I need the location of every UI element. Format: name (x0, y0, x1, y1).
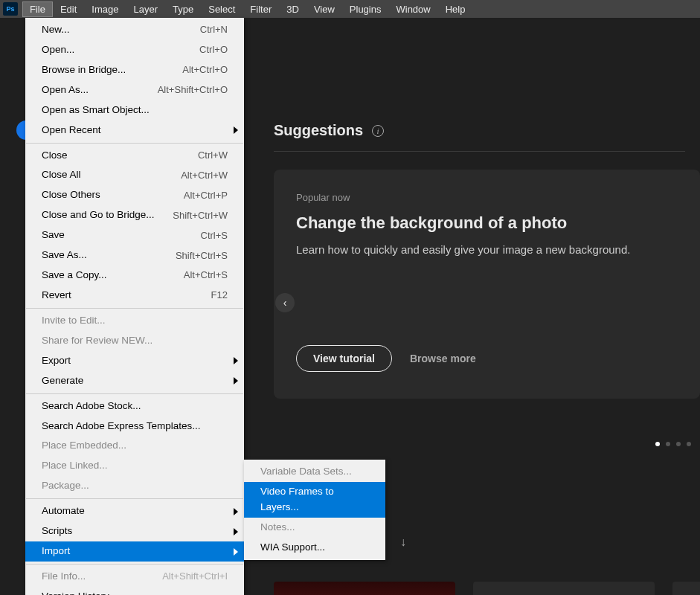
suggestion-card: Popular now Change the background of a p… (274, 170, 700, 399)
file-menu-item[interactable]: Generate (25, 371, 244, 391)
file-menu-item[interactable]: Browse in Bridge...Alt+Ctrl+O (25, 60, 244, 80)
file-menu-item[interactable]: Close OthersAlt+Ctrl+P (25, 185, 244, 205)
card-description: Learn how to quickly and easily give you… (296, 243, 678, 256)
recent-thumbnail[interactable] (473, 582, 655, 595)
import-submenu-item[interactable]: Video Frames to Layers... (244, 482, 385, 518)
menu-separator (26, 498, 243, 499)
menu-separator (26, 564, 243, 565)
menu-item-label: Export (42, 353, 71, 369)
menu-window[interactable]: Window (388, 1, 437, 17)
chevron-right-icon (234, 357, 238, 364)
card-title: Change the background of a photo (296, 213, 678, 233)
menu-separator (26, 308, 243, 309)
file-menu-item: Place Embedded... (25, 436, 244, 456)
file-menu-item[interactable]: Open as Smart Object... (25, 100, 244, 120)
recent-thumbnail[interactable] (672, 582, 700, 595)
menu-item-label: Revert (42, 288, 71, 303)
menu-edit[interactable]: Edit (53, 1, 84, 17)
file-menu-item[interactable]: Export (25, 351, 244, 371)
file-menu-item[interactable]: Version History (25, 587, 244, 595)
menu-item-label: Import (42, 544, 70, 559)
card-tag: Popular now (296, 192, 678, 203)
menu-plugins[interactable]: Plugins (342, 1, 389, 17)
carousel-dot[interactable] (655, 442, 660, 446)
file-menu-item[interactable]: Import (25, 541, 244, 562)
carousel-dot[interactable] (687, 442, 691, 446)
menu-image[interactable]: Image (84, 1, 126, 17)
menu-type[interactable]: Type (165, 1, 201, 17)
import-submenu-item[interactable]: WIA Support... (244, 538, 385, 558)
info-icon[interactable]: i (372, 125, 384, 137)
menu-item-label: Place Embedded... (42, 438, 126, 454)
menu-item-label: Browse in Bridge... (42, 62, 126, 78)
menu-item-label: Version History (42, 589, 109, 595)
file-menu-item[interactable]: Save As...Shift+Ctrl+S (25, 245, 244, 266)
import-submenu: Variable Data Sets...Video Frames to Lay… (244, 460, 385, 560)
menu-item-shortcut: Alt+Shift+Ctrl+I (162, 569, 228, 584)
menu-item-shortcut: Ctrl+N (200, 22, 228, 37)
menu-help[interactable]: Help (438, 1, 473, 17)
menu-separator (26, 393, 243, 394)
file-menu-item[interactable]: Close AllAlt+Ctrl+W (25, 165, 244, 185)
file-menu-item: File Info...Alt+Shift+Ctrl+I (25, 567, 244, 587)
chevron-right-icon (234, 528, 238, 536)
menu-item-label: Search Adobe Stock... (42, 399, 141, 414)
menu-item-label: New... (42, 22, 70, 38)
carousel-dot[interactable] (676, 442, 681, 446)
menu-filter[interactable]: Filter (243, 1, 279, 17)
file-menu-dropdown: New...Ctrl+NOpen...Ctrl+OBrowse in Bridg… (25, 18, 244, 595)
file-menu-item[interactable]: Open Recent (25, 120, 244, 141)
menu-item-label: Scripts (42, 524, 72, 539)
recent-thumbnail[interactable] (274, 582, 455, 595)
browse-more-link[interactable]: Browse more (410, 353, 476, 364)
menu-item-shortcut: Alt+Ctrl+P (184, 188, 228, 203)
menu-item-label: WIA Support... (260, 540, 325, 556)
menu-view[interactable]: View (306, 1, 342, 17)
view-tutorial-button[interactable]: View tutorial (296, 345, 392, 372)
file-menu-item[interactable]: Open As...Alt+Shift+Ctrl+O (25, 80, 244, 100)
file-menu-item[interactable]: Search Adobe Express Templates... (25, 416, 244, 437)
menu-layer[interactable]: Layer (126, 1, 166, 17)
import-submenu-item: Variable Data Sets... (244, 462, 385, 482)
file-menu-item[interactable]: Automate (25, 501, 244, 521)
menubar: Ps FileEditImageLayerTypeSelectFilter3DV… (0, 0, 700, 18)
menu-item-shortcut: Alt+Ctrl+W (181, 168, 228, 183)
menu-item-label: Notes... (260, 520, 295, 536)
file-menu-item[interactable]: RevertF12 (25, 286, 244, 306)
chevron-right-icon (234, 377, 238, 385)
menu-item-label: Open Recent (42, 123, 101, 138)
file-menu-item: Share for Review NEW... (25, 331, 244, 351)
chevron-right-icon (234, 126, 238, 134)
menu-item-label: Package... (42, 478, 89, 494)
carousel-prev-button[interactable]: ‹ (275, 293, 295, 312)
carousel-dot[interactable] (666, 442, 670, 446)
menu-item-label: Search Adobe Express Templates... (42, 419, 201, 434)
file-menu-item: Place Linked... (25, 456, 244, 476)
chevron-right-icon (234, 548, 238, 556)
recent-thumbnails (274, 582, 700, 595)
file-menu-item[interactable]: Open...Ctrl+O (25, 40, 244, 60)
menu-3d[interactable]: 3D (279, 1, 306, 17)
file-menu-item[interactable]: Save a Copy...Alt+Ctrl+S (25, 266, 244, 286)
file-menu-item[interactable]: Scripts (25, 521, 244, 541)
menu-item-shortcut: F12 (211, 288, 228, 303)
menu-file[interactable]: File (22, 1, 53, 17)
menu-separator (26, 143, 243, 144)
file-menu-item[interactable]: Close and Go to Bridge...Shift+Ctrl+W (25, 205, 244, 225)
file-menu-item[interactable]: CloseCtrl+W (25, 146, 244, 166)
menu-select[interactable]: Select (201, 1, 243, 17)
menu-item-label: Variable Data Sets... (260, 464, 352, 480)
menu-item-shortcut: Ctrl+W (198, 148, 228, 163)
menu-item-label: Close Others (42, 187, 100, 203)
import-submenu-item: Notes... (244, 518, 385, 538)
sort-arrow-icon[interactable]: ↓ (400, 536, 406, 549)
file-menu-item[interactable]: SaveCtrl+S (25, 225, 244, 245)
menu-item-label: Share for Review NEW... (42, 333, 152, 349)
file-menu-item[interactable]: Search Adobe Stock... (25, 396, 244, 416)
menu-item-label: Close (42, 148, 68, 164)
menu-item-shortcut: Alt+Ctrl+O (182, 62, 228, 77)
menu-item-shortcut: Alt+Ctrl+S (184, 268, 228, 283)
carousel-dots (655, 442, 691, 446)
menu-item-shortcut: Shift+Ctrl+W (173, 208, 228, 223)
file-menu-item[interactable]: New...Ctrl+N (25, 20, 244, 40)
